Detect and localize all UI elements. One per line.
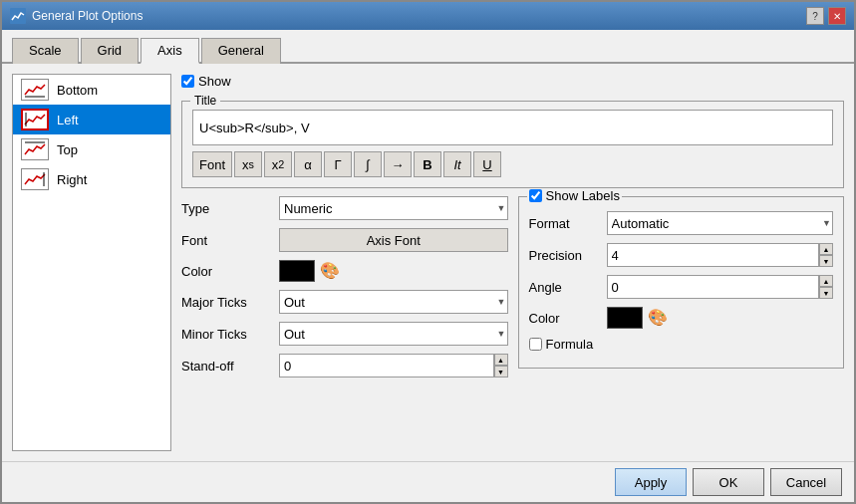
standoff-spinner-wrap: ▲ ▼ [279,354,508,378]
formula-row: Formula [529,337,834,352]
right-label: Right [57,172,87,187]
minor-ticks-select[interactable]: Out In Both None [279,322,508,346]
precision-spinner-arrows: ▲ ▼ [819,243,833,267]
bottom-label: Bottom [57,83,98,98]
type-row: Type Numeric Text Date/Time ▼ [181,196,508,220]
underline-button[interactable]: U [473,151,501,177]
labels-color-row-inner: 🎨 [607,307,669,329]
standoff-up-arrow[interactable]: ▲ [494,354,508,366]
show-checkbox-label[interactable]: Show [181,74,231,89]
show-labels-header: Show Labels [527,188,622,203]
minor-ticks-select-wrap: Out In Both None ▼ [279,322,508,346]
angle-label: Angle [529,280,599,295]
gamma-button[interactable]: Γ [324,151,352,177]
color-row: Color 🎨 [181,260,508,282]
show-labels-checkbox[interactable] [529,189,542,202]
right-axis-icon [21,168,49,190]
angle-up-arrow[interactable]: ▲ [819,275,833,287]
dialog-title: General Plot Options [32,9,143,23]
top-label: Top [57,142,78,157]
bottom-axis-icon [21,79,49,101]
format-select-wrap: Automatic Fixed Scientific Engineering ▼ [607,211,834,235]
precision-label: Precision [529,248,599,263]
left-options: Type Numeric Text Date/Time ▼ Font [181,196,508,451]
major-ticks-select[interactable]: Out In Both None [279,290,508,314]
help-button[interactable]: ? [806,7,824,25]
standoff-row: Stand-off ▲ ▼ [181,354,508,378]
close-button[interactable]: ✕ [828,7,846,25]
color-palette-button[interactable]: 🎨 [319,260,341,282]
formula-checkbox-label[interactable]: Formula [529,337,594,352]
top-axis-icon [21,138,49,160]
minor-ticks-label: Minor Ticks [181,327,271,342]
axis-item-top[interactable]: Top [13,134,170,164]
font-row: Font Axis Font [181,228,508,252]
titlebar: General Plot Options ? ✕ [2,2,854,30]
main-dialog: General Plot Options ? ✕ Scale Grid Axis… [0,0,856,504]
show-checkbox[interactable] [181,75,194,88]
superscript-button[interactable]: x2 [264,151,292,177]
apply-button[interactable]: Apply [615,468,687,496]
ok-button[interactable]: OK [693,468,764,496]
integral-button[interactable]: ∫ [354,151,382,177]
angle-spinner-arrows: ▲ ▼ [819,275,833,299]
format-label: Format [529,216,599,231]
precision-spinner-wrap: ▲ ▼ [607,243,834,267]
subscript-button[interactable]: xs [234,151,262,177]
labels-color-swatch[interactable] [607,307,643,329]
tab-scale[interactable]: Scale [12,38,79,64]
title-input[interactable] [192,110,833,145]
right-panel: Show Title Font xs x2 α Γ ∫ → B It U [181,74,844,451]
precision-up-arrow[interactable]: ▲ [819,243,833,255]
arrow-button[interactable]: → [384,151,412,177]
main-content: Bottom Left [2,64,854,461]
color-row-inner: 🎨 [279,260,341,282]
standoff-spinner-arrows: ▲ ▼ [494,354,508,378]
color-swatch[interactable] [279,260,315,282]
bottom-axis-svg [23,81,47,99]
angle-row: Angle ▲ ▼ [529,275,834,299]
title-group: Title Font xs x2 α Γ ∫ → B It U [181,101,844,188]
titlebar-buttons: ? ✕ [806,7,846,25]
font-button[interactable]: Font [192,151,232,177]
cancel-button[interactable]: Cancel [770,468,842,496]
italic-button[interactable]: It [443,151,471,177]
precision-row: Precision ▲ ▼ [529,243,834,267]
major-ticks-row: Major Ticks Out In Both None ▼ [181,290,508,314]
tab-general[interactable]: General [201,38,281,64]
format-select[interactable]: Automatic Fixed Scientific Engineering [607,211,834,235]
type-select[interactable]: Numeric Text Date/Time [279,196,508,220]
axis-item-left[interactable]: Left [13,105,170,134]
bold-button[interactable]: B [414,151,441,177]
svg-rect-0 [10,8,26,24]
precision-input[interactable] [607,243,820,267]
standoff-down-arrow[interactable]: ▼ [494,366,508,378]
tabs-bar: Scale Grid Axis General [2,30,854,64]
tab-axis[interactable]: Axis [141,38,199,64]
major-ticks-select-wrap: Out In Both None ▼ [279,290,508,314]
toolbar-row: Font xs x2 α Γ ∫ → B It U [192,151,833,177]
labels-color-row: Color 🎨 [529,307,834,329]
axis-item-bottom[interactable]: Bottom [13,75,170,105]
show-row: Show [181,74,844,89]
axis-list: Bottom Left [12,74,171,451]
left-axis-svg [23,111,47,128]
show-labels-label: Show Labels [546,188,620,203]
standoff-label: Stand-off [181,359,271,374]
axis-font-button[interactable]: Axis Font [279,228,508,252]
major-ticks-label: Major Ticks [181,295,271,310]
left-label: Left [57,113,79,127]
labels-color-palette-button[interactable]: 🎨 [647,307,669,329]
color-label: Color [181,264,271,279]
formula-checkbox[interactable] [529,338,542,351]
alpha-button[interactable]: α [294,151,322,177]
angle-down-arrow[interactable]: ▼ [819,287,833,299]
standoff-input[interactable] [279,354,494,378]
angle-input[interactable] [607,275,820,299]
right-options: Show Labels Format Automatic Fixed Scien… [518,196,845,451]
tab-grid[interactable]: Grid [81,38,140,64]
angle-spinner-wrap: ▲ ▼ [607,275,834,299]
axis-item-right[interactable]: Right [13,164,170,194]
formula-label: Formula [546,337,594,352]
precision-down-arrow[interactable]: ▼ [819,255,833,267]
